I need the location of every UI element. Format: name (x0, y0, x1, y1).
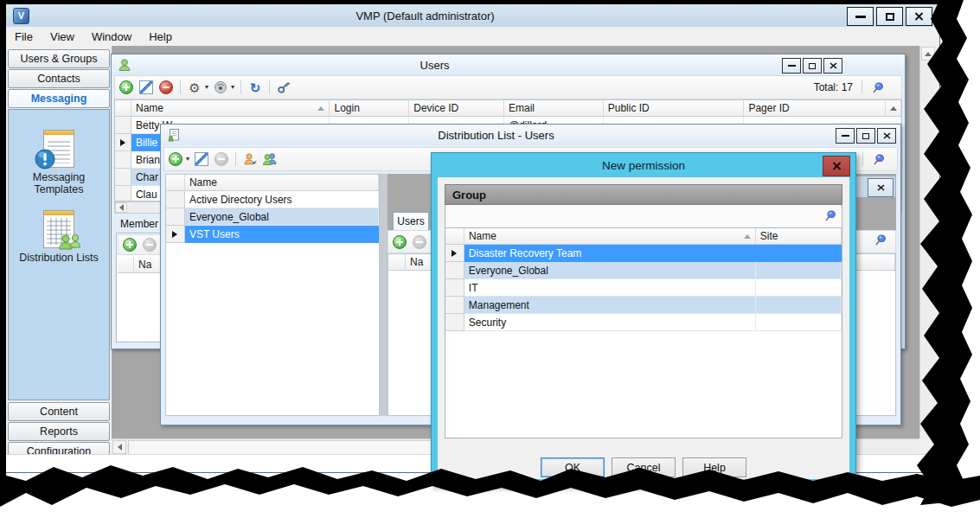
group-row[interactable]: IT (445, 279, 842, 297)
column-header-email[interactable]: Email (504, 100, 604, 116)
sidebar: Users & Groups Contacts Messaging Messag… (8, 48, 112, 463)
close-icon (883, 132, 891, 139)
assign-user-icon (243, 152, 258, 166)
scroll-up-icon (890, 106, 897, 111)
menu-window[interactable]: Window (83, 29, 140, 45)
users-titlebar[interactable]: Users (112, 54, 905, 75)
splitter[interactable] (380, 174, 388, 416)
refresh-button[interactable]: ↻ (247, 80, 263, 95)
column-header-name[interactable]: Name (185, 175, 379, 190)
maximize-button[interactable] (856, 128, 875, 144)
sidebar-item-messaging-templates[interactable]: Messaging Templates (8, 130, 110, 195)
distribution-list-table: Name Active Directory Users Everyone_Glo… (165, 174, 380, 416)
menu-view[interactable]: View (42, 29, 83, 45)
column-header-device-id[interactable]: Device ID (409, 100, 504, 116)
users-toolbar: ⚙ ▾ ▾ ↻ Total: 17 (114, 75, 902, 99)
toolbar-separator (862, 152, 863, 166)
sidebar-item-reports[interactable]: Reports (8, 422, 110, 441)
maximize-button[interactable] (803, 58, 822, 74)
window-controls (847, 7, 932, 26)
pin-icon[interactable] (872, 153, 885, 166)
minimize-button[interactable] (836, 128, 855, 144)
group-row[interactable]: Security (445, 314, 842, 331)
edit-icon (139, 80, 153, 94)
add-list-button[interactable] (168, 151, 183, 167)
pin-icon[interactable] (871, 81, 884, 94)
tab-users[interactable]: Users (393, 212, 429, 230)
toolbar-separator (862, 80, 862, 94)
remove-member-button[interactable] (142, 237, 157, 253)
delete-user-button[interactable] (158, 80, 174, 95)
device-dropdown-button[interactable] (213, 80, 228, 95)
group-row[interactable]: Everyone_Global (445, 262, 842, 279)
shortcut-label: Distribution Lists (19, 252, 99, 264)
assign-user-button[interactable] (242, 151, 258, 167)
add-member-button[interactable] (122, 237, 138, 253)
list-item[interactable]: Everyone_Global (166, 208, 379, 226)
help-button[interactable]: Help (682, 457, 746, 477)
users-group-button[interactable] (262, 151, 278, 167)
ok-button[interactable]: OK (541, 457, 605, 477)
scroll-left-button[interactable] (115, 202, 127, 213)
close-button[interactable] (906, 7, 932, 26)
scroll-left-button[interactable] (112, 440, 126, 454)
minimize-button[interactable] (782, 58, 801, 74)
add-user-button[interactable] (118, 80, 134, 95)
pin-icon[interactable] (874, 233, 887, 246)
close-button[interactable] (823, 58, 842, 74)
chevron-down-icon: ▾ (231, 84, 234, 91)
scrollbar-grip[interactable] (924, 243, 932, 250)
cancel-button[interactable]: Cancel (612, 457, 676, 477)
main-titlebar[interactable]: V VMP (Default administrator) (6, 4, 939, 27)
menu-help[interactable]: Help (140, 29, 181, 45)
column-header-name[interactable]: Name (131, 100, 330, 116)
pin-icon[interactable] (823, 209, 836, 222)
sidebar-item-users-groups[interactable]: Users & Groups (8, 49, 110, 68)
edit-user-button[interactable] (138, 80, 154, 95)
password-key-button[interactable] (276, 80, 291, 95)
column-header-site[interactable]: Site (756, 228, 842, 244)
add-icon (123, 238, 137, 252)
column-header-name[interactable]: Name (464, 228, 756, 244)
scroll-up-button[interactable] (921, 47, 935, 61)
list-item-selected[interactable]: VST Users (166, 226, 379, 243)
delete-icon (159, 80, 173, 94)
vertical-scrollbar[interactable] (919, 46, 935, 438)
list-table-header: Name (166, 175, 379, 191)
scroll-left-icon (118, 444, 122, 451)
column-header-pager-id[interactable]: Pager ID (744, 100, 886, 116)
remove-button[interactable] (412, 234, 427, 250)
group-table-header: Name Site (445, 228, 842, 245)
maximize-button[interactable] (876, 7, 903, 26)
users-total-count: Total: 17 (814, 81, 853, 93)
people-badge-icon (58, 232, 84, 253)
group-row[interactable]: Management (445, 297, 842, 314)
alert-badge-icon (34, 148, 56, 170)
distribution-titlebar[interactable]: Distribution List - Users (161, 125, 900, 145)
settings-dropdown-button[interactable]: ⚙ (187, 80, 202, 95)
users-window-title: Users (138, 59, 732, 72)
dialog-close-button[interactable] (823, 156, 850, 176)
column-header-public-id[interactable]: Public ID (604, 100, 745, 116)
remove-icon-disabled (143, 238, 157, 252)
edit-list-button[interactable] (194, 151, 209, 167)
delete-icon-disabled (215, 152, 228, 166)
dialog-titlebar[interactable]: New permission (432, 153, 855, 177)
sidebar-item-content[interactable]: Content (8, 402, 110, 421)
menu-file[interactable]: File (6, 29, 42, 45)
close-button[interactable] (877, 128, 896, 144)
minimize-button[interactable] (847, 7, 874, 26)
list-item[interactable]: Active Directory Users (166, 191, 379, 208)
detail-panel-close-button[interactable] (868, 178, 894, 197)
minimize-icon (788, 65, 796, 67)
current-row-marker (120, 139, 125, 146)
sidebar-item-contacts[interactable]: Contacts (8, 69, 110, 88)
messaging-templates-icon (43, 130, 74, 168)
delete-list-button[interactable] (214, 151, 229, 167)
grid-scroll-up-button[interactable] (886, 100, 901, 116)
column-header-login[interactable]: Login (330, 100, 409, 116)
add-button[interactable] (392, 234, 407, 250)
sidebar-item-messaging[interactable]: Messaging (8, 89, 110, 108)
sidebar-item-distribution-lists[interactable]: Distribution Lists (8, 210, 110, 264)
group-row-selected[interactable]: Disaster Recovery Team (445, 245, 842, 262)
